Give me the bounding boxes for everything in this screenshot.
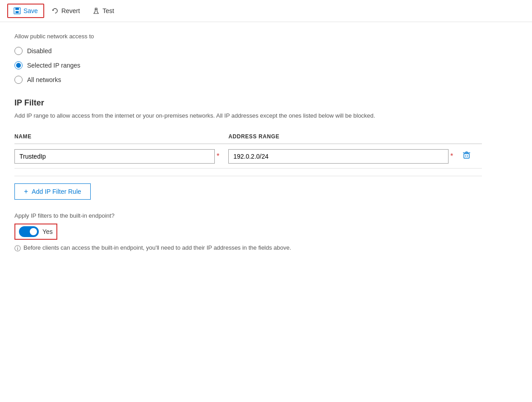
ip-filter-section: IP Filter Add IP range to allow access f…	[14, 98, 482, 200]
radio-all-networks[interactable]: All networks	[14, 76, 482, 84]
toggle-row: Yes	[14, 224, 482, 240]
plus-icon: +	[24, 187, 28, 196]
ip-filter-table: NAME ADDRESS RANGE *	[14, 130, 482, 169]
endpoint-toggle[interactable]	[19, 226, 39, 237]
revert-icon	[51, 7, 59, 14]
delete-icon	[462, 151, 471, 160]
test-label: Test	[102, 7, 114, 14]
add-ip-filter-rule-button[interactable]: + Add IP Filter Rule	[14, 183, 91, 200]
svg-rect-3	[16, 11, 19, 13]
toggle-bordered-container: Yes	[14, 224, 57, 240]
svg-rect-5	[464, 154, 469, 158]
test-button[interactable]: Test	[87, 5, 120, 17]
col-name-header: NAME	[14, 130, 225, 144]
main-content: Allow public network access to Disabled …	[0, 22, 496, 264]
radio-selected-ip-label: Selected IP ranges	[27, 62, 80, 69]
address-cell: *	[225, 144, 458, 169]
toggle-yes-label: Yes	[42, 228, 53, 235]
revert-button[interactable]: Revert	[46, 5, 85, 17]
delete-cell	[458, 144, 482, 169]
radio-all-networks-input[interactable]	[14, 76, 23, 84]
test-icon	[93, 7, 100, 14]
revert-label: Revert	[61, 7, 80, 14]
info-text: Before clients can access the built-in e…	[23, 244, 291, 251]
add-rule-label: Add IP Filter Rule	[32, 188, 81, 195]
ip-filter-description: Add IP range to allow access from the in…	[14, 112, 421, 119]
name-cell: *	[14, 144, 225, 169]
delete-row-button[interactable]	[458, 149, 475, 164]
address-input[interactable]	[228, 149, 449, 164]
col-action-header	[458, 130, 482, 144]
radio-disabled-input[interactable]	[14, 47, 23, 55]
toggle-slider	[19, 226, 39, 237]
network-access-label: Allow public network access to	[14, 33, 482, 40]
svg-rect-1	[15, 8, 19, 10]
network-access-radio-group: Disabled Selected IP ranges All networks	[14, 47, 482, 84]
save-label: Save	[23, 7, 38, 14]
name-input[interactable]	[14, 149, 215, 164]
col-address-header: ADDRESS RANGE	[225, 130, 458, 144]
toolbar: Save Revert Test	[0, 0, 532, 22]
save-icon	[14, 7, 21, 14]
endpoint-question: Apply IP filters to the built-in endpoin…	[14, 212, 482, 219]
ip-filter-title: IP Filter	[14, 98, 482, 108]
name-required-asterisk: *	[215, 152, 221, 160]
toggle-section: Apply IP filters to the built-in endpoin…	[14, 212, 482, 253]
radio-disabled[interactable]: Disabled	[14, 47, 482, 55]
table-row: * *	[14, 144, 482, 169]
address-required-asterisk: *	[449, 152, 455, 160]
radio-disabled-label: Disabled	[27, 47, 51, 55]
radio-selected-ip-input[interactable]	[14, 61, 23, 69]
radio-all-networks-label: All networks	[27, 76, 61, 83]
info-icon: ⓘ	[14, 245, 21, 253]
info-row: ⓘ Before clients can access the built-in…	[14, 244, 482, 253]
radio-selected-ip[interactable]: Selected IP ranges	[14, 61, 482, 69]
add-rule-section: + Add IP Filter Rule	[14, 176, 482, 200]
save-button[interactable]: Save	[7, 4, 44, 18]
